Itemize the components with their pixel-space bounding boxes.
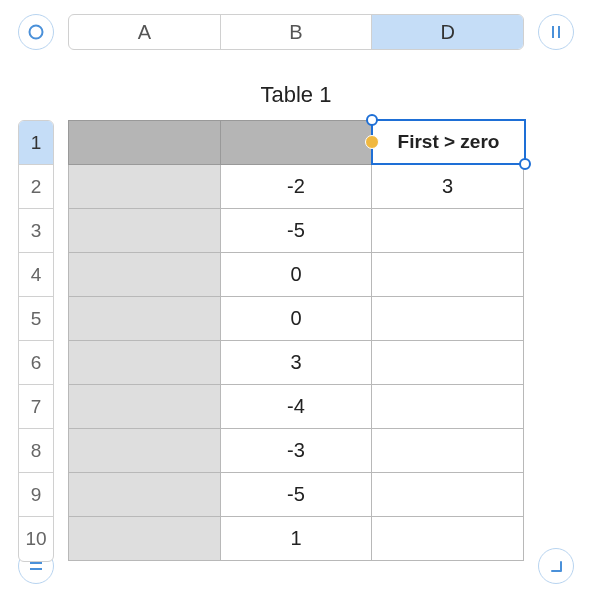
table-row: 1 (69, 517, 524, 561)
table-row: 0 (69, 253, 524, 297)
cell-d9[interactable] (372, 473, 524, 517)
cell-b4[interactable]: 0 (220, 253, 372, 297)
cell-b10[interactable]: 1 (220, 517, 372, 561)
cell-b5[interactable]: 0 (220, 297, 372, 341)
columns-icon (547, 23, 565, 41)
column-headers: A B D (68, 14, 524, 50)
row-header-3[interactable]: 3 (19, 209, 53, 253)
cell-d5[interactable] (372, 297, 524, 341)
cell-b7[interactable]: -4 (220, 385, 372, 429)
cell-d4[interactable] (372, 253, 524, 297)
cell-d7[interactable] (372, 385, 524, 429)
table-row: -2 3 (69, 165, 524, 209)
row-headers: 1 2 3 4 5 6 7 8 9 10 (18, 120, 54, 562)
row-header-10[interactable]: 10 (19, 517, 53, 561)
table-row: -5 (69, 473, 524, 517)
cell-a10[interactable] (69, 517, 221, 561)
cell-d1[interactable] (372, 121, 524, 165)
row-header-8[interactable]: 8 (19, 429, 53, 473)
cell-a1[interactable] (69, 121, 221, 165)
column-header-d[interactable]: D (372, 15, 523, 49)
column-header-a[interactable]: A (69, 15, 221, 49)
table-title[interactable]: Table 1 (68, 82, 524, 108)
table-row: -4 (69, 385, 524, 429)
cell-b2[interactable]: -2 (220, 165, 372, 209)
cell-a7[interactable] (69, 385, 221, 429)
cell-d3[interactable] (372, 209, 524, 253)
svg-point-0 (30, 26, 43, 39)
row-header-9[interactable]: 9 (19, 473, 53, 517)
row-header-7[interactable]: 7 (19, 385, 53, 429)
row-header-5[interactable]: 5 (19, 297, 53, 341)
cell-a8[interactable] (69, 429, 221, 473)
cell-a3[interactable] (69, 209, 221, 253)
cell-a4[interactable] (69, 253, 221, 297)
cell-b6[interactable]: 3 (220, 341, 372, 385)
row-header-1[interactable]: 1 (19, 121, 53, 165)
table-row: -5 (69, 209, 524, 253)
column-header-b[interactable]: B (221, 15, 373, 49)
add-column-button[interactable] (538, 14, 574, 50)
table-row: -3 (69, 429, 524, 473)
row-header-4[interactable]: 4 (19, 253, 53, 297)
cell-b1[interactable] (220, 121, 372, 165)
spreadsheet-grid: -2 3 -5 0 0 3 -4 -3 -5 1 (68, 120, 524, 561)
cell-d8[interactable] (372, 429, 524, 473)
cell-b8[interactable]: -3 (220, 429, 372, 473)
cell-a9[interactable] (69, 473, 221, 517)
table-row (69, 121, 524, 165)
cell-d10[interactable] (372, 517, 524, 561)
resize-handle-button[interactable] (538, 548, 574, 584)
cell-d6[interactable] (372, 341, 524, 385)
row-header-6[interactable]: 6 (19, 341, 53, 385)
row-header-2[interactable]: 2 (19, 165, 53, 209)
cell-a6[interactable] (69, 341, 221, 385)
table-row: 3 (69, 341, 524, 385)
corner-icon (547, 557, 565, 575)
circle-icon (27, 23, 45, 41)
table-row: 0 (69, 297, 524, 341)
cell-a5[interactable] (69, 297, 221, 341)
cell-b3[interactable]: -5 (220, 209, 372, 253)
cell-a2[interactable] (69, 165, 221, 209)
cell-d2[interactable]: 3 (372, 165, 524, 209)
cell-b9[interactable]: -5 (220, 473, 372, 517)
select-all-button[interactable] (18, 14, 54, 50)
